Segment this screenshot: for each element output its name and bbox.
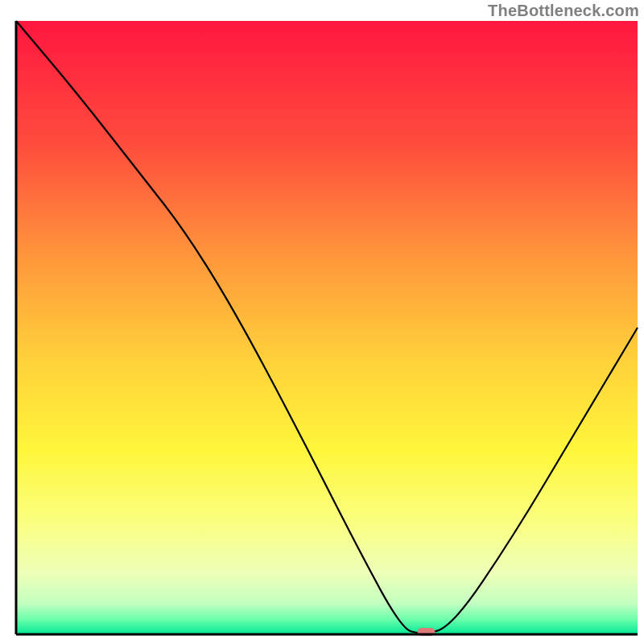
- watermark-text: TheBottleneck.com: [488, 2, 639, 20]
- chart-svg: [0, 0, 644, 644]
- plot-background: [16, 21, 638, 634]
- bottleneck-chart: TheBottleneck.com: [0, 0, 644, 644]
